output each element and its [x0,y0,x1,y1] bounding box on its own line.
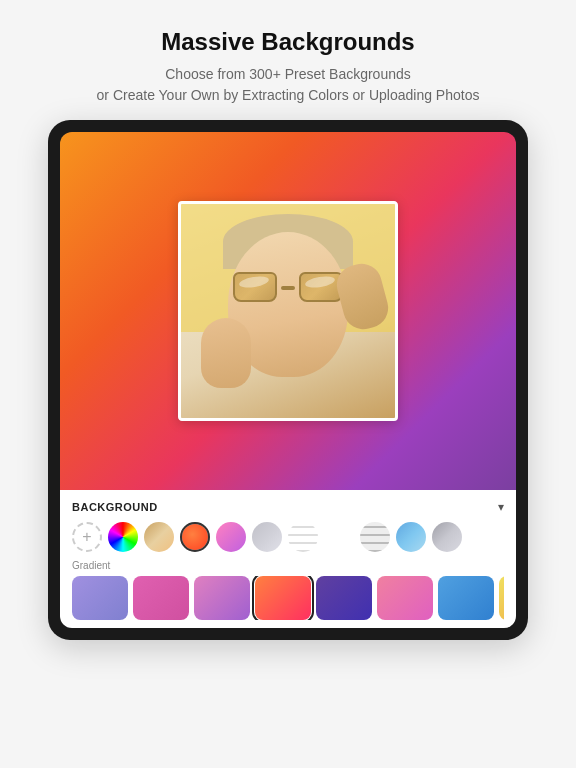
chevron-down-icon[interactable]: ▾ [498,500,504,514]
background-label-row: BACKGROUND ▾ [72,500,504,514]
canvas-area [60,132,516,490]
background-label: BACKGROUND [72,501,158,513]
swatch-photo[interactable] [144,522,174,552]
gradient-swatch-7[interactable] [438,576,494,620]
swatch-rainbow[interactable] [108,522,138,552]
swatch-blue[interactable] [396,522,426,552]
gradient-label: Gradient [72,560,504,571]
tablet-device: BACKGROUND ▾ + Gradient [48,120,528,640]
header: Massive Backgrounds Choose from 300+ Pre… [77,0,500,120]
swatch-pink-purple[interactable] [216,522,246,552]
gradient-swatch-5[interactable] [316,576,372,620]
gradient-row [72,576,504,620]
swatch-gray-grid[interactable] [360,522,390,552]
bottom-panel: BACKGROUND ▾ + Gradient [60,490,516,628]
swatch-grid[interactable] [288,522,318,552]
gradient-swatch-4[interactable] [255,576,311,620]
photo-frame [178,201,398,421]
page-title: Massive Backgrounds [97,28,480,56]
swatch-orange[interactable] [180,522,210,552]
gradient-swatch-1[interactable] [72,576,128,620]
gradient-swatch-3[interactable] [194,576,250,620]
gradient-swatch-6[interactable] [377,576,433,620]
gradient-swatch-2[interactable] [133,576,189,620]
swatch-gray[interactable] [252,522,282,552]
gradient-swatch-8[interactable] [499,576,504,620]
page-subtitle: Choose from 300+ Preset Backgrounds or C… [97,64,480,106]
swatch-checker[interactable] [324,522,354,552]
tablet-screen: BACKGROUND ▾ + Gradient [60,132,516,628]
add-swatch-button[interactable]: + [72,522,102,552]
swatches-row: + [72,522,504,552]
swatch-gray2[interactable] [432,522,462,552]
